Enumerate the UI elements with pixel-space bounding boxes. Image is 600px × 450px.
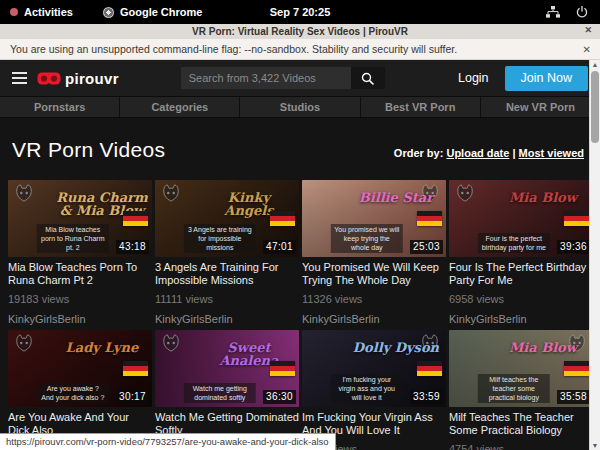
video-title[interactable]: Milf Teaches The Teacher Some Practical … [449, 411, 593, 437]
studio-mask-icon [160, 333, 182, 357]
search-icon [361, 72, 374, 85]
video-thumbnail[interactable]: Dolly Dyson I'm fucking your virgin ass … [302, 330, 446, 407]
order-link-upload-date[interactable]: Upload date [446, 147, 509, 159]
window-titlebar: VR Porn: Virtual Reality Sex Videos | Pi… [0, 24, 600, 39]
activities-button[interactable]: Activities [10, 6, 73, 18]
nav-item-pornstars[interactable]: Pornstars [0, 97, 119, 117]
duration-badge: 43:18 [116, 240, 149, 254]
studio-mask-icon [454, 183, 476, 207]
system-top-bar: Activities Google Chrome Sep 7 20:25 [0, 0, 600, 24]
video-studio-link[interactable]: KinkyGirlsBerlin [155, 313, 299, 325]
german-flag-icon [270, 361, 295, 376]
video-studio-link[interactable]: KinkyGirlsBerlin [302, 313, 446, 325]
infobar-message: You are using an unsupported command-lin… [10, 43, 457, 55]
duration-badge: 47:01 [263, 240, 296, 254]
video-studio-link[interactable]: KinkyGirlsBerlin [8, 313, 152, 325]
app-menu-button[interactable]: Google Chrome [103, 6, 203, 18]
nav-item-new-vr-porn[interactable]: New VR Porn [480, 97, 600, 117]
search-bar [181, 67, 385, 89]
german-flag-icon [417, 361, 442, 376]
site-logo[interactable]: pirouvr [37, 70, 119, 87]
video-thumbnail[interactable]: Sweet Analena Watch me getting dominated… [155, 330, 299, 407]
thumbnail-caption: Four is the perfect birthday party for m… [478, 233, 550, 253]
chrome-infobar: You are using an unsupported command-lin… [0, 39, 600, 60]
thumbnail-caption: Are you awake ? And your dick also ? [37, 383, 109, 403]
thumbnail-caption: Milf teaches the teacher some practical … [478, 374, 550, 403]
video-thumbnail[interactable]: Lady Lyne Are you awake ? And your dick … [8, 330, 152, 407]
video-card[interactable]: Dolly Dyson I'm fucking your virgin ass … [302, 330, 446, 450]
video-thumbnail[interactable]: Mia Blow Milf teaches the teacher some p… [449, 330, 593, 407]
thumbnail-caption: 3 Angels are training for impossible mis… [184, 224, 256, 253]
german-flag-icon [270, 211, 295, 226]
order-link-most-viewed[interactable]: Most viewed [519, 147, 584, 159]
video-card[interactable]: Mia Blow Four is the perfect birthday pa… [449, 180, 593, 325]
scrollbar-thumb[interactable] [591, 71, 599, 143]
video-thumbnail[interactable]: Runa Charm & Mia Blow Mia Blow teaches p… [8, 180, 152, 257]
german-flag-icon [123, 211, 148, 226]
nav-item-categories[interactable]: Categories [119, 97, 239, 117]
video-title[interactable]: You Promised We Will Keep Trying The Who… [302, 261, 446, 287]
video-card[interactable]: Sweet Analena Watch me getting dominated… [155, 330, 299, 450]
video-card[interactable]: Mia Blow Milf teaches the teacher some p… [449, 330, 593, 450]
thumbnail-caption: Watch me getting dominated softly [184, 383, 256, 403]
clock[interactable]: Sep 7 20:25 [270, 6, 331, 18]
thumbnail-caption: You promised we will keep trying the who… [331, 224, 403, 253]
video-views: 19183 views [8, 293, 152, 305]
video-card[interactable]: Lady Lyne Are you awake ? And your dick … [8, 330, 152, 450]
studio-mask-icon [13, 333, 35, 357]
duration-badge: 35:58 [557, 390, 590, 404]
video-card[interactable]: Runa Charm & Mia Blow Mia Blow teaches p… [8, 180, 152, 325]
duration-badge: 25:03 [410, 240, 443, 254]
thumbnail-overlay-title: Lady Lyne [56, 341, 148, 354]
video-views: 4754 views [449, 443, 593, 450]
join-now-button[interactable]: Join Now [505, 66, 588, 91]
studio-mask-icon [160, 183, 182, 207]
thumbnail-overlay-title: Billie Star [350, 191, 442, 204]
duration-badge: 33:59 [410, 390, 443, 404]
video-studio-link[interactable]: KinkyGirlsBerlin [449, 313, 593, 325]
video-views: 11326 views [302, 293, 446, 305]
thumbnail-caption: I'm fucking your virgin ass and you will… [331, 374, 403, 403]
page-viewport: pirouvr Login Join Now Pornstars Categor… [0, 60, 600, 450]
video-card[interactable]: Kinky Angels 3 Angels are training for i… [155, 180, 299, 325]
video-thumbnail[interactable]: Billie Star You promised we will keep tr… [302, 180, 446, 257]
video-views: 11111 views [155, 293, 299, 305]
nav-item-best-vr-porn[interactable]: Best VR Porn [360, 97, 480, 117]
order-by-label: Order by: [394, 147, 444, 159]
video-thumbnail[interactable]: Kinky Angels 3 Angels are training for i… [155, 180, 299, 257]
video-title[interactable]: 3 Angels Are Training For Impossible Mis… [155, 261, 299, 287]
scroll-up-arrow-icon[interactable]: ▲ [590, 61, 600, 68]
system-tray [546, 6, 588, 18]
status-url-tooltip: https://pirouvr.com/vr-porn-video/779325… [0, 433, 336, 450]
thumbnail-overlay-title: Mia Blow [497, 191, 589, 204]
site-logo-text: pirouvr [65, 70, 119, 87]
order-separator: | [512, 147, 515, 159]
video-title[interactable]: Four Is The Perfect Birthday Party For M… [449, 261, 593, 287]
power-icon[interactable] [576, 6, 588, 18]
network-icon[interactable] [546, 6, 560, 18]
order-by: Order by: Upload date | Most viewed [394, 147, 584, 159]
infobar-close-icon[interactable]: ✕ [583, 44, 591, 55]
video-thumbnail[interactable]: Mia Blow Four is the perfect birthday pa… [449, 180, 593, 257]
search-input[interactable] [181, 67, 351, 89]
window-title: VR Porn: Virtual Reality Sex Videos | Pi… [192, 26, 408, 37]
nav-item-studios[interactable]: Studios [239, 97, 359, 117]
german-flag-icon [564, 211, 589, 226]
window-close-icon[interactable]: ✕ [584, 25, 592, 35]
scrollbar[interactable]: ▲ ▼ [589, 60, 600, 450]
video-views: 6958 views [449, 293, 593, 305]
scroll-down-arrow-icon[interactable]: ▼ [590, 442, 600, 449]
activities-label: Activities [24, 6, 73, 18]
thumbnail-overlay-title: Mia Blow [497, 341, 589, 354]
page-head: VR Porn Videos Order by: Upload date | M… [0, 118, 600, 162]
menu-hamburger-icon[interactable] [12, 72, 27, 84]
video-card[interactable]: Billie Star You promised we will keep tr… [302, 180, 446, 325]
video-title[interactable]: Mia Blow Teaches Porn To Runa Charm Pt 2 [8, 261, 152, 287]
duration-badge: 36:30 [263, 390, 296, 404]
duration-badge: 39:36 [557, 240, 590, 254]
app-menu-label: Google Chrome [120, 6, 203, 18]
search-button[interactable] [351, 67, 385, 89]
login-link[interactable]: Login [458, 71, 489, 85]
studio-mask-icon [13, 183, 35, 207]
duration-badge: 30:17 [116, 390, 149, 404]
